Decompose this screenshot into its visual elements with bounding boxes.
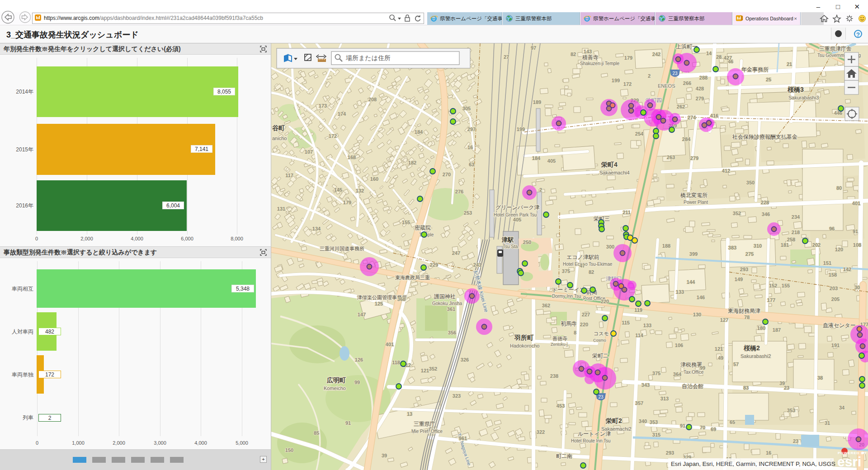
svg-text:203: 203 [830,286,838,291]
svg-text:栄町二: 栄町二 [592,352,609,359]
svg-text:57: 57 [733,362,739,367]
svg-text:343: 343 [642,382,650,388]
svg-text:16: 16 [467,145,473,150]
svg-text:253: 253 [464,210,472,216]
svg-text:25: 25 [766,77,771,82]
svg-text:266: 266 [683,80,691,86]
svg-text:115: 115 [622,320,630,325]
svg-text:229: 229 [430,262,438,268]
svg-text:184: 184 [532,155,541,161]
svg-text:155: 155 [782,283,790,288]
svg-text:108: 108 [853,242,861,248]
svg-text:131: 131 [277,206,285,212]
svg-text:155: 155 [402,220,410,225]
svg-text:182: 182 [408,160,416,165]
svg-text:189: 189 [533,99,541,105]
svg-text:桜橋3: 桜橋3 [787,86,804,93]
svg-text:134: 134 [312,226,321,231]
svg-text:258: 258 [787,237,795,242]
svg-text:23: 23 [793,438,798,444]
svg-text:Hotel Econo Tsu-Ekimae: Hotel Econo Tsu-Ekimae [563,262,613,267]
svg-text:180: 180 [757,325,765,331]
svg-text:106: 106 [675,343,683,348]
svg-text:202: 202 [812,242,821,248]
svg-text:346: 346 [762,212,770,217]
svg-text:コスモ: コスモ [594,331,609,336]
svg-text:375: 375 [562,268,570,274]
svg-text:119: 119 [634,307,642,313]
svg-text:147: 147 [358,312,366,317]
svg-text:428: 428 [696,86,704,91]
svg-text:228: 228 [761,200,769,205]
svg-text:125: 125 [375,301,383,306]
svg-text:151: 151 [823,260,831,266]
svg-text:38: 38 [817,375,823,381]
svg-text:263: 263 [667,155,675,160]
svg-text:91: 91 [853,229,858,234]
svg-text:293: 293 [740,267,748,272]
svg-text:173: 173 [319,103,327,108]
svg-text:150: 150 [285,447,293,453]
svg-text:117: 117 [285,173,293,178]
svg-text:401: 401 [386,342,394,347]
svg-text:375: 375 [652,371,660,376]
svg-text:63: 63 [469,162,474,167]
svg-text:社会保険診療報酬支払基金: 社会保険診療報酬支払基金 [732,134,797,140]
svg-text:179: 179 [343,200,351,205]
svg-text:グリーンパーク津: グリーンパーク津 [495,204,539,211]
svg-text:145: 145 [334,187,342,193]
svg-text:34: 34 [839,405,845,410]
svg-text:97: 97 [531,45,536,51]
svg-text:東海農政局三重: 東海農政局三重 [395,275,430,280]
svg-text:初馬寺: 初馬寺 [561,320,577,327]
svg-text:961: 961 [459,436,467,441]
svg-text:353: 353 [650,419,658,425]
svg-text:158: 158 [829,272,837,277]
svg-text:21: 21 [787,61,792,67]
svg-text:313: 313 [660,396,669,401]
svg-text:279: 279 [690,155,698,161]
svg-text:453: 453 [557,403,565,409]
svg-text:Hadokorocho: Hadokorocho [510,343,539,348]
svg-text:Tsu Sta.: Tsu Sta. [503,244,519,249]
svg-text:三重河川国道事務所: 三重河川国道事務所 [320,246,364,251]
svg-text:368: 368 [397,296,406,302]
svg-text:99: 99 [354,380,360,385]
svg-text:80: 80 [836,185,842,191]
svg-text:172: 172 [841,43,849,44]
svg-text:78: 78 [744,315,750,320]
svg-text:82: 82 [589,269,594,275]
svg-text:Sakurabashi2: Sakurabashi2 [741,353,771,359]
svg-text:羽所町: 羽所町 [514,334,533,341]
svg-text:118: 118 [392,360,400,365]
svg-text:168: 168 [348,155,356,160]
svg-text:405: 405 [513,217,521,222]
svg-text:399: 399 [689,251,698,257]
svg-text:352: 352 [733,211,741,216]
svg-text:149: 149 [735,277,743,282]
svg-text:152: 152 [769,283,777,288]
svg-text:年金事務所: 年金事務所 [741,66,769,73]
svg-text:191: 191 [831,343,840,348]
svg-text:Gokoku Jinsha: Gokoku Jinsha [432,301,462,306]
svg-text:284: 284 [682,136,691,142]
svg-text:250: 250 [523,240,531,245]
svg-text:412: 412 [722,168,730,174]
svg-text:70: 70 [700,425,705,430]
svg-text:187: 187 [773,327,781,333]
svg-text:199: 199 [612,78,620,83]
svg-text:121: 121 [421,368,429,373]
svg-text:127: 127 [720,317,728,323]
svg-text:297: 297 [467,127,476,132]
svg-text:242: 242 [652,52,660,57]
svg-text:350: 350 [746,180,755,185]
svg-text:23: 23 [672,71,678,76]
svg-text:132: 132 [356,188,364,193]
svg-text:405: 405 [547,158,556,164]
svg-text:Dormy Inn Tsu: Dormy Inn Tsu [552,294,581,299]
svg-text:エコノ津駅前: エコノ津駅前 [566,254,599,260]
svg-text:三重県庁: 三重県庁 [414,421,435,427]
svg-text:Sakurabashi3: Sakurabashi3 [788,95,819,100]
svg-text:町二南: 町二南 [556,453,572,459]
svg-text:8: 8 [574,330,576,335]
